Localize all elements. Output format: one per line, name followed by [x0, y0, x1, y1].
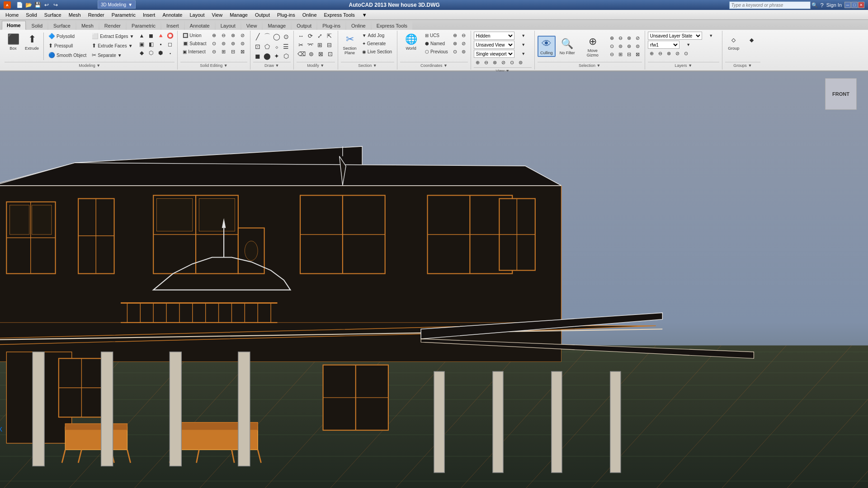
mod-4[interactable]: ⇱	[325, 32, 334, 40]
solid-icon-5[interactable]: ⊙	[210, 40, 219, 47]
layer-state-btn[interactable]: ▼	[703, 33, 719, 39]
c1[interactable]: ⊕	[451, 32, 459, 39]
cu3[interactable]: ⊗	[625, 34, 633, 42]
mod-5[interactable]: ✂	[297, 41, 306, 49]
culling-btn[interactable]: 👁 Culling	[538, 36, 556, 57]
smooth-object-btn[interactable]: 🔵 Smooth Object	[46, 51, 89, 60]
icon-btn-5[interactable]: ▣	[137, 40, 146, 48]
draw-btn-9[interactable]: ◼	[253, 52, 262, 61]
menu-insert[interactable]: Insert	[139, 11, 159, 19]
menu-annotate[interactable]: Annotate	[159, 11, 186, 19]
ucs-2[interactable]: ⬢ Named	[423, 40, 450, 47]
workspace-dropdown[interactable]: 3D Modeling ▼	[98, 0, 136, 9]
no-filter-btn[interactable]: 🔍 No Filter	[557, 36, 577, 57]
tab-layout[interactable]: Layout	[216, 21, 241, 30]
solid-icon-8[interactable]: ⊜	[238, 40, 247, 47]
world-btn[interactable]: 🌐 World	[400, 32, 422, 52]
c6[interactable]: ⊚	[460, 48, 468, 56]
section-sub-1[interactable]: ▼ Add Jog	[360, 32, 394, 39]
c3[interactable]: ⊗	[451, 40, 459, 47]
cu9[interactable]: ⊝	[608, 51, 616, 58]
menu-output[interactable]: Output	[251, 11, 274, 19]
qat-undo[interactable]: ↩	[42, 1, 51, 9]
menu-online[interactable]: Online	[299, 11, 321, 19]
mod-11[interactable]: ⊠	[316, 50, 326, 58]
icon-btn-8[interactable]: ◻	[165, 40, 175, 48]
extract-edges-btn[interactable]: ⬜ Extract Edges▼	[90, 32, 136, 41]
menu-solid[interactable]: Solid	[22, 11, 40, 19]
separate-btn[interactable]: ✂ Separate▼	[90, 51, 136, 60]
menu-mesh[interactable]: Mesh	[65, 11, 85, 19]
layer-name-btn[interactable]: ▼	[680, 42, 697, 48]
cu4[interactable]: ⊘	[634, 34, 642, 42]
icon-btn-6[interactable]: ◧	[146, 40, 156, 48]
v2[interactable]: ⊖	[482, 59, 491, 66]
tab-parametric[interactable]: Parametric	[127, 21, 160, 30]
draw-btn-10[interactable]: ⬤	[263, 52, 272, 61]
l3[interactable]: ⊗	[665, 50, 673, 57]
cu8[interactable]: ⊜	[634, 42, 642, 50]
viewport-menu[interactable]: ▼	[515, 51, 532, 57]
solid-icon-9[interactable]: ⊝	[210, 48, 219, 56]
icon-btn-4[interactable]: ⭕	[165, 32, 175, 40]
mod-7[interactable]: ⊞	[316, 41, 325, 49]
layer-state-dd[interactable]: Unsaved Layer State	[648, 32, 702, 40]
mod-6[interactable]: ⌤	[306, 41, 315, 49]
icon-btn-12[interactable]: ⬩	[165, 49, 175, 57]
mod-9[interactable]: ⌫	[297, 50, 307, 58]
cu11[interactable]: ⊟	[625, 51, 633, 58]
draw-btn-1[interactable]: ╱	[253, 32, 262, 42]
qat-save[interactable]: 💾	[33, 1, 42, 9]
tab-home[interactable]: Home	[2, 21, 26, 30]
solid-btn-1[interactable]: 🔲 Union	[180, 32, 208, 39]
mod-1[interactable]: ↔	[297, 32, 306, 40]
draw-btn-2[interactable]: ⌒	[263, 32, 272, 42]
cu2[interactable]: ⊖	[617, 34, 625, 42]
mod-8[interactable]: ⊟	[325, 41, 334, 49]
ucs-3[interactable]: ⬡ Previous	[423, 48, 450, 56]
tab-solid[interactable]: Solid	[27, 21, 47, 30]
menu-more[interactable]: ▼	[359, 11, 371, 19]
group-icon-2[interactable]: ⬥	[743, 32, 760, 48]
solid-icon-10[interactable]: ⊞	[219, 48, 228, 56]
qat-redo[interactable]: ↪	[52, 1, 60, 9]
v4[interactable]: ⊘	[500, 59, 508, 66]
tab-online[interactable]: Online	[346, 21, 371, 30]
solid-icon-4[interactable]: ⊘	[238, 32, 247, 39]
group-btn[interactable]: ⬦ Group	[725, 32, 742, 52]
v1[interactable]: ⊕	[474, 59, 482, 66]
draw-btn-8[interactable]: ☰	[282, 42, 291, 51]
solid-icon-1[interactable]: ⊕	[210, 32, 219, 39]
qat-open[interactable]: 📂	[24, 1, 33, 9]
menu-express[interactable]: Express Tools	[321, 11, 359, 19]
presspull-btn[interactable]: ⬆ Presspull	[46, 41, 89, 50]
tab-plugins[interactable]: Plug-ins	[317, 21, 345, 30]
extrude-btn[interactable]: ⬆ Extrude	[23, 32, 41, 52]
solid-icon-2[interactable]: ⊖	[219, 32, 228, 39]
solid-icon-11[interactable]: ⊟	[229, 48, 238, 56]
menu-plugins[interactable]: Plug-ins	[274, 11, 299, 19]
qat-new[interactable]: 📄	[15, 1, 24, 9]
section-plane-btn[interactable]: ✂ Section Plane	[341, 32, 359, 57]
v3[interactable]: ⊗	[491, 59, 499, 66]
menu-layout[interactable]: Layout	[186, 11, 208, 19]
solid-icon-12[interactable]: ⊠	[238, 48, 247, 56]
search-icon[interactable]: 🔍	[811, 2, 818, 8]
menu-parametric[interactable]: Parametric	[108, 11, 139, 19]
mod-12[interactable]: ⊡	[326, 50, 335, 58]
tab-render[interactable]: Render	[99, 21, 126, 30]
icon-btn-2[interactable]: ◼	[146, 32, 156, 40]
draw-btn-11[interactable]: ✦	[272, 52, 281, 61]
layer-name-dd[interactable]: rfw1	[648, 41, 679, 49]
cu10[interactable]: ⊞	[617, 51, 625, 58]
draw-btn-6[interactable]: ⬠	[263, 42, 272, 51]
solid-btn-3[interactable]: ▣ Intersect	[180, 48, 208, 56]
maximize-btn[interactable]: □	[851, 2, 858, 8]
ucs-1[interactable]: ⊞ UCS	[423, 32, 450, 39]
c4[interactable]: ⊘	[460, 40, 468, 47]
box-btn[interactable]: ⬛ Box	[5, 32, 22, 52]
draw-btn-3[interactable]: ◯	[272, 32, 281, 42]
tab-express[interactable]: Express Tools	[372, 21, 412, 30]
visual-style-dd[interactable]: Hidden Realistic Wireframe Conceptual	[474, 32, 514, 40]
cu6[interactable]: ⊚	[617, 42, 625, 50]
